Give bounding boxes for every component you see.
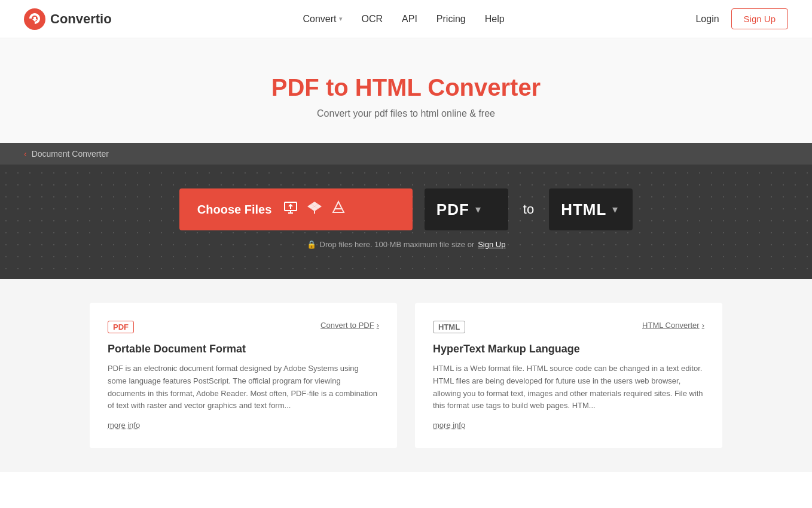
hero-section: PDF to HTML Converter Convert your pdf f… [0, 38, 812, 143]
lock-icon: 🔒 [307, 240, 316, 249]
signup-button[interactable]: Sign Up [731, 8, 788, 29]
hero-title: PDF to HTML Converter [12, 74, 800, 101]
choose-files-label: Choose Files [197, 203, 271, 217]
html-info-card: HTML HTML Converter › HyperText Markup L… [415, 303, 722, 448]
from-format-chevron-icon: ▾ [475, 203, 481, 216]
computer-upload-icon [283, 200, 298, 218]
google-drive-icon [331, 200, 346, 218]
convert-to-pdf-link[interactable]: Convert to PDF › [320, 321, 379, 330]
auth-area: Login Sign Up [695, 8, 788, 29]
header: Convertio Convert ▾ OCR API Pricing Help… [0, 0, 812, 38]
pdf-info-card: PDF Convert to PDF › Portable Document F… [90, 303, 397, 448]
drop-info-text: Drop files here. 100 MB maximum file siz… [320, 240, 475, 249]
html-card-title: HyperText Markup Language [433, 343, 704, 355]
from-format-label: PDF [436, 200, 469, 219]
nav-convert-label: Convert [303, 14, 336, 25]
nav-ocr[interactable]: OCR [362, 14, 383, 25]
to-format-label: HTML [561, 200, 606, 219]
nav-pricing[interactable]: Pricing [436, 14, 466, 25]
drop-info: 🔒 Drop files here. 100 MB maximum file s… [307, 240, 506, 249]
converter-area: ‹ Document Converter Choose Files [0, 143, 812, 279]
nav-pricing-label: Pricing [436, 14, 466, 25]
breadcrumb: Document Converter [32, 149, 109, 159]
logo-text: Convertio [50, 11, 112, 27]
chevron-down-icon: ▾ [339, 15, 343, 23]
pdf-card-header: PDF Convert to PDF › [108, 321, 379, 343]
to-label: to [520, 202, 537, 217]
converter-row: Choose Files [179, 188, 633, 230]
nav-help-label: Help [485, 14, 505, 25]
upload-icons [283, 200, 346, 218]
logo[interactable]: Convertio [24, 8, 112, 30]
pdf-more-info-link[interactable]: more info [108, 421, 140, 430]
logo-icon [24, 8, 45, 30]
dropbox-icon [307, 200, 322, 218]
html-converter-link[interactable]: HTML Converter › [642, 321, 704, 330]
pdf-badge: PDF [108, 321, 134, 333]
html-more-info-link[interactable]: more info [433, 421, 465, 430]
info-section: PDF Convert to PDF › Portable Document F… [0, 279, 812, 472]
main-nav: Convert ▾ OCR API Pricing Help [303, 14, 504, 25]
breadcrumb-chevron-icon: ‹ [24, 149, 27, 159]
to-format-chevron-icon: ▾ [612, 203, 618, 216]
breadcrumb-bar: ‹ Document Converter [0, 143, 812, 165]
nav-ocr-label: OCR [362, 14, 383, 25]
from-format-selector[interactable]: PDF ▾ [425, 188, 508, 230]
drop-info-signup-link[interactable]: Sign Up [478, 240, 505, 249]
html-badge: HTML [433, 321, 465, 333]
choose-files-button[interactable]: Choose Files [179, 188, 413, 230]
to-format-selector[interactable]: HTML ▾ [549, 188, 633, 230]
converter-main: Choose Files [0, 165, 812, 279]
nav-convert[interactable]: Convert ▾ [303, 14, 342, 25]
convert-link-chevron-icon: › [377, 321, 379, 330]
html-card-header: HTML HTML Converter › [433, 321, 704, 343]
pdf-card-title: Portable Document Format [108, 343, 379, 355]
pdf-card-description: PDF is an electronic document format des… [108, 363, 379, 412]
hero-subtitle: Convert your pdf files to html online & … [12, 108, 800, 119]
nav-api[interactable]: API [402, 14, 417, 25]
nav-help[interactable]: Help [485, 14, 505, 25]
svg-marker-10 [333, 202, 344, 212]
html-card-description: HTML is a Web format file. HTML source c… [433, 363, 704, 412]
login-link[interactable]: Login [695, 14, 719, 25]
nav-api-label: API [402, 14, 417, 25]
html-convert-link-chevron-icon: › [702, 321, 704, 330]
